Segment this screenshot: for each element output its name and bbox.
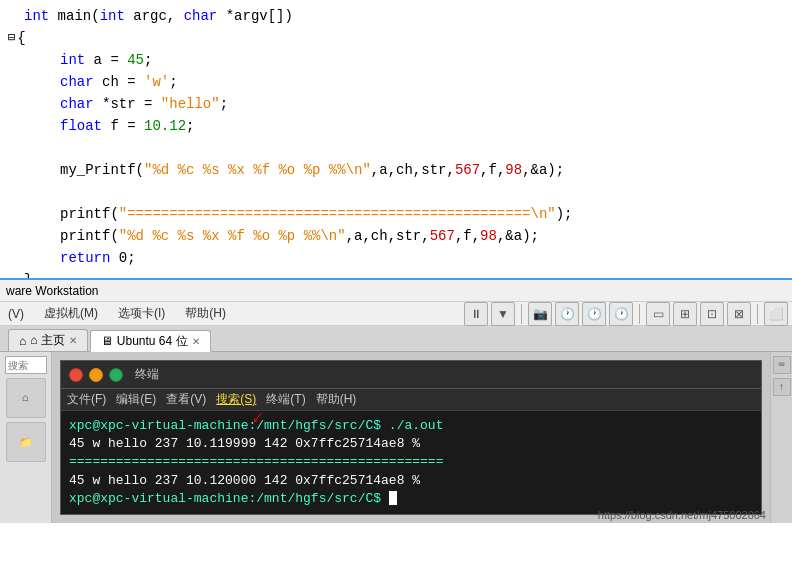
vm-content-area: ⌂ 📁 终端 文件(F) 编辑(E) 查看(V) 搜索(S) 终端(T) 帮助(… — [0, 352, 792, 523]
code-line: float f = 10.12; — [0, 118, 792, 140]
right-icon-keyboard[interactable]: ⌨ — [773, 356, 791, 374]
code-line: ⊟ { — [0, 30, 792, 52]
menu-view[interactable]: (V) — [4, 305, 28, 323]
code-line: char ch = 'w'; — [0, 74, 792, 96]
terminal-minimize-btn[interactable] — [89, 368, 103, 382]
terminal-title: 终端 — [135, 366, 159, 383]
terminal-window: 终端 文件(F) 编辑(E) 查看(V) 搜索(S) 终端(T) 帮助(H) x… — [60, 360, 762, 515]
terminal-line: 45 w hello 237 10.119999 142 0x7ffc25714… — [69, 435, 753, 453]
code-line — [0, 140, 792, 162]
toolbar-clock1[interactable]: 🕐 — [555, 302, 579, 326]
toolbar-screen4[interactable]: ⊠ — [727, 302, 751, 326]
tab-home-icon: ⌂ — [19, 334, 26, 348]
toolbar-sep1 — [521, 304, 522, 324]
code-line: char *str = "hello"; — [0, 96, 792, 118]
code-line: return 0; — [0, 250, 792, 272]
tab-bar: ⌂ ⌂ 主页 ✕ 🖥 Ubuntu 64 位 ✕ — [0, 326, 792, 352]
menu-tabs[interactable]: 选项卡(I) — [114, 303, 169, 324]
code-line: printf("%d %c %s %x %f %o %p %%\n",a,ch,… — [0, 228, 792, 250]
code-line: } — [0, 272, 792, 280]
terminal-menu-file[interactable]: 文件(F) — [67, 391, 106, 408]
menu-bar: (V) 虚拟机(M) 选项卡(I) 帮助(H) ⏸ ▼ 📷 🕐 🕐 🕐 ▭ ⊞ … — [0, 302, 792, 326]
code-line: printf("================================… — [0, 206, 792, 228]
toolbar-screen3[interactable]: ⊡ — [700, 302, 724, 326]
code-line — [0, 184, 792, 206]
watermark: https://blog.csdn.net/mj475002864 — [598, 509, 766, 521]
tab-home-label: ⌂ 主页 — [30, 332, 65, 349]
code-editor: int main(int argc, char *argv[])⊟ {int a… — [0, 0, 792, 280]
toolbar-window[interactable]: ⬜ — [764, 302, 788, 326]
sidebar-home-icon[interactable]: ⌂ — [6, 378, 46, 418]
tab-ubuntu[interactable]: 🖥 Ubuntu 64 位 ✕ — [90, 330, 211, 352]
terminal-cursor — [389, 491, 397, 505]
menu-help[interactable]: 帮助(H) — [181, 303, 230, 324]
right-toolbar: ⌨ ↑ — [770, 352, 792, 523]
terminal-menu-help[interactable]: 帮助(H) — [316, 391, 357, 408]
toolbar-screen2[interactable]: ⊞ — [673, 302, 697, 326]
code-line: my_Printf("%d %c %s %x %f %o %p %%\n",a,… — [0, 162, 792, 184]
toolbar-sep3 — [757, 304, 758, 324]
code-line: int main(int argc, char *argv[]) — [0, 8, 792, 30]
tab-home-close[interactable]: ✕ — [69, 335, 77, 346]
terminal-body[interactable]: xpc@xpc-virtual-machine:/mnt/hgfs/src/C$… — [61, 411, 761, 514]
terminal-close-btn[interactable] — [69, 368, 83, 382]
terminal-menu-edit[interactable]: 编辑(E) — [116, 391, 156, 408]
terminal-line: 45 w hello 237 10.120000 142 0x7ffc25714… — [69, 472, 753, 490]
toolbar-dropdown[interactable]: ▼ — [491, 302, 515, 326]
menu-vm[interactable]: 虚拟机(M) — [40, 303, 102, 324]
terminal-menu-view[interactable]: 查看(V) — [166, 391, 206, 408]
terminal-line: xpc@xpc-virtual-machine:/mnt/hgfs/src/C$ — [69, 490, 753, 508]
terminal-maximize-btn[interactable] — [109, 368, 123, 382]
toolbar-pause[interactable]: ⏸ — [464, 302, 488, 326]
search-input[interactable] — [5, 356, 47, 374]
vmware-title: ware Workstation — [6, 284, 98, 298]
terminal-line: xpc@xpc-virtual-machine:/mnt/hgfs/src/C$… — [69, 417, 753, 435]
tab-ubuntu-label: Ubuntu 64 位 — [117, 333, 188, 350]
sidebar: ⌂ 📁 — [0, 352, 52, 523]
terminal-wrapper: 终端 文件(F) 编辑(E) 查看(V) 搜索(S) 终端(T) 帮助(H) x… — [52, 352, 770, 523]
toolbar-snapshot[interactable]: 📷 — [528, 302, 552, 326]
sidebar-folder-icon[interactable]: 📁 — [6, 422, 46, 462]
toolbar-clock2[interactable]: 🕐 — [582, 302, 606, 326]
toolbar-clock3[interactable]: 🕐 — [609, 302, 633, 326]
toolbar-sep2 — [639, 304, 640, 324]
code-line: int a = 45; — [0, 52, 792, 74]
vmware-bar: ware Workstation — [0, 280, 792, 302]
toolbar-screen1[interactable]: ▭ — [646, 302, 670, 326]
right-icon-up[interactable]: ↑ — [773, 378, 791, 396]
terminal-line: ========================================… — [69, 453, 753, 471]
tab-ubuntu-icon: 🖥 — [101, 334, 113, 348]
tab-home[interactable]: ⌂ ⌂ 主页 ✕ — [8, 329, 88, 351]
terminal-titlebar: 终端 — [61, 361, 761, 389]
terminal-menu: 文件(F) 编辑(E) 查看(V) 搜索(S) 终端(T) 帮助(H) — [61, 389, 761, 411]
terminal-menu-terminal[interactable]: 终端(T) — [266, 391, 305, 408]
terminal-menu-search[interactable]: 搜索(S) — [216, 391, 256, 408]
tab-ubuntu-close[interactable]: ✕ — [192, 336, 200, 347]
